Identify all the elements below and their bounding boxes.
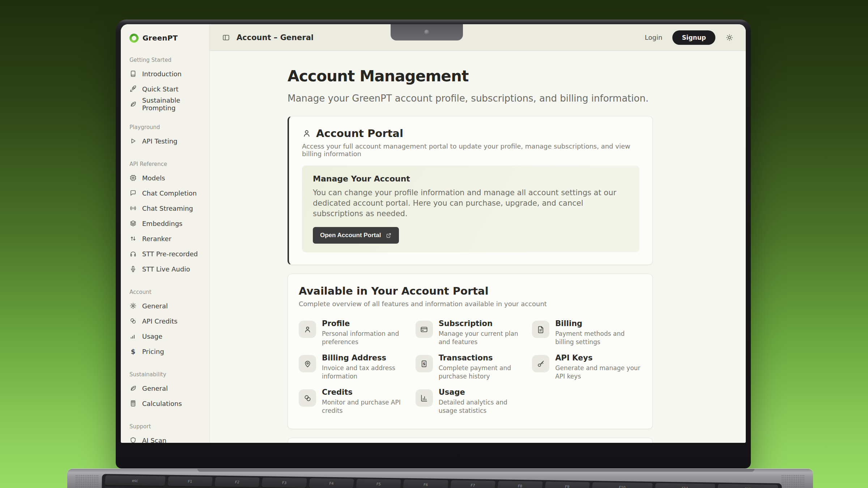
- shield-icon: [129, 437, 137, 443]
- keyboard-key: F6: [403, 480, 448, 488]
- page-breadcrumb-title: Account – General: [237, 33, 314, 42]
- feature-title: Credits: [322, 388, 408, 397]
- feature-icon-tile: $: [416, 355, 433, 372]
- headphones-icon: [129, 250, 137, 257]
- feature-profile: Profile Personal information and prefere…: [299, 321, 408, 346]
- page-title: Account Management: [288, 67, 653, 86]
- rocket-icon: [129, 85, 137, 93]
- book-icon: [129, 70, 137, 77]
- laptop-notch: [391, 24, 463, 40]
- sidebar-section-label-sustainability: Sustainability: [129, 371, 209, 378]
- page-subtitle: Manage your GreenPT account profile, sub…: [288, 92, 653, 104]
- bar-chart-icon: [129, 333, 137, 340]
- person-icon: [302, 129, 311, 138]
- feature-billing-address: Billing Address Invoice and tax address …: [299, 355, 408, 381]
- sidebar-item-models[interactable]: Models: [129, 170, 209, 185]
- sidebar-item-api-testing[interactable]: API Testing: [129, 133, 209, 149]
- laptop-deck: escF1F2F3F4F5F6F7F8F9F10F11F12`123456789…: [67, 468, 813, 488]
- laptop-screen: GreenPT Getting Started Introduction Qui…: [121, 24, 746, 443]
- key-icon: [537, 360, 545, 368]
- feature-description: Manage your current plan and features: [439, 330, 525, 346]
- keyboard-key: F2: [214, 477, 260, 487]
- keyboard-key: F8: [497, 481, 542, 488]
- keyboard-key: F3: [262, 478, 307, 488]
- keyboard-key: F11: [655, 483, 715, 488]
- sidebar-item-stt-pre-recorded[interactable]: STT Pre-recorded: [129, 246, 209, 261]
- feature-api-keys: API Keys Generate and manage your API ke…: [532, 355, 642, 381]
- login-button[interactable]: Login: [645, 34, 663, 41]
- sidebar-item-label: STT Live Audio: [142, 265, 190, 273]
- sun-icon[interactable]: [726, 34, 733, 42]
- sidebar-item-account-general[interactable]: General: [129, 298, 209, 313]
- sidebar-item-label: STT Pre-recorded: [142, 250, 198, 258]
- sidebar-item-label: Chat Completion: [142, 189, 197, 197]
- document-icon: [537, 325, 545, 334]
- keyboard-key: F9: [545, 481, 590, 488]
- logo[interactable]: GreenPT: [129, 24, 209, 52]
- feature-icon-tile: [416, 389, 433, 407]
- sidebar-item-label: General: [142, 302, 168, 310]
- feature-icon-tile: [299, 355, 316, 372]
- sidebar-section-label-support: Support: [129, 423, 209, 430]
- sidebar-section-label-api-reference: API Reference: [129, 161, 209, 167]
- feature-title: Usage: [439, 388, 525, 397]
- sidebar-item-reranker[interactable]: Reranker: [129, 231, 209, 246]
- feature-text: API Keys Generate and manage your API ke…: [555, 354, 642, 381]
- sidebar-item-usage[interactable]: Usage: [129, 329, 209, 344]
- broadcast-icon: [129, 205, 137, 212]
- sidebar-item-introduction[interactable]: Introduction: [129, 66, 209, 81]
- features-subtitle: Complete overview of all features and in…: [299, 300, 642, 308]
- sidebar-item-chat-streaming[interactable]: Chat Streaming: [129, 201, 209, 216]
- sidebar-item-label: Pricing: [142, 348, 164, 355]
- sidebar-item-chat-completion[interactable]: Chat Completion: [129, 185, 209, 201]
- feature-title: Billing Address: [322, 354, 408, 362]
- sidebar-item-api-credits[interactable]: API Credits: [129, 313, 209, 329]
- chat-icon: [129, 189, 137, 197]
- feature-icon-tile: [299, 321, 316, 338]
- feature-icon-tile: [416, 321, 433, 338]
- sidebar-section-label-getting-started: Getting Started: [129, 57, 209, 63]
- feature-icon-tile: [532, 355, 549, 372]
- sidebar-item-label: AI Scan: [142, 437, 166, 443]
- feature-text: Transactions Complete payment and purcha…: [439, 354, 525, 381]
- sidebar-item-label: Embeddings: [142, 220, 182, 227]
- stage: GreenPT Getting Started Introduction Qui…: [0, 0, 868, 488]
- map-pin-icon: [303, 360, 312, 368]
- calculator-icon: [129, 400, 137, 407]
- sidebar-item-sustainability-general[interactable]: General: [129, 381, 209, 396]
- account-portal-card: Account Portal Access your full account …: [288, 116, 653, 265]
- keyboard-key: F1: [167, 476, 213, 487]
- sidebar-item-pricing[interactable]: $ Pricing: [129, 344, 209, 359]
- sidebar-item-label: Usage: [142, 333, 162, 340]
- feature-title: Subscription: [439, 319, 525, 328]
- features-title: Available in Your Account Portal: [299, 285, 642, 297]
- feature-icon-tile: [299, 389, 316, 407]
- feature-description: Detailed analytics and usage statistics: [439, 398, 525, 415]
- subscription-management-card: Subscription Management: [288, 438, 653, 443]
- open-account-portal-label: Open Account Portal: [320, 232, 381, 239]
- feature-title: Billing: [555, 319, 642, 328]
- laptop-hinge: [197, 469, 754, 472]
- sidebar-item-label: Sustainable Prompting: [142, 97, 209, 112]
- feature-text: Usage Detailed analytics and usage stati…: [439, 388, 525, 415]
- feature-title: Transactions: [439, 354, 525, 362]
- main-scroll-area[interactable]: Account Management Manage your GreenPT a…: [210, 51, 746, 443]
- signup-button[interactable]: Signup: [672, 30, 715, 45]
- gear-icon: [129, 302, 137, 309]
- keyboard-key: F4: [309, 478, 354, 488]
- sidebar-toggle-icon[interactable]: [222, 34, 230, 42]
- open-account-portal-button[interactable]: Open Account Portal: [313, 227, 399, 244]
- sidebar-item-label: API Testing: [142, 137, 177, 145]
- sidebar-item-ai-scan[interactable]: AI Scan: [129, 433, 209, 443]
- keyboard-key: F7: [450, 480, 495, 488]
- feature-title: Profile: [322, 319, 408, 328]
- feature-text: Billing Address Invoice and tax address …: [322, 354, 408, 381]
- sidebar-item-embeddings[interactable]: Embeddings: [129, 216, 209, 231]
- feature-description: Invoice and tax address information: [322, 364, 408, 381]
- sidebar-item-calculations[interactable]: Calculations: [129, 396, 209, 411]
- sidebar-item-stt-live-audio[interactable]: STT Live Audio: [129, 261, 209, 277]
- sidebar-item-label: Reranker: [142, 235, 171, 243]
- sidebar-item-sustainable-prompting[interactable]: Sustainable Prompting: [129, 97, 209, 112]
- play-icon: [129, 137, 137, 145]
- sidebar-item-quick-start[interactable]: Quick Start: [129, 81, 209, 97]
